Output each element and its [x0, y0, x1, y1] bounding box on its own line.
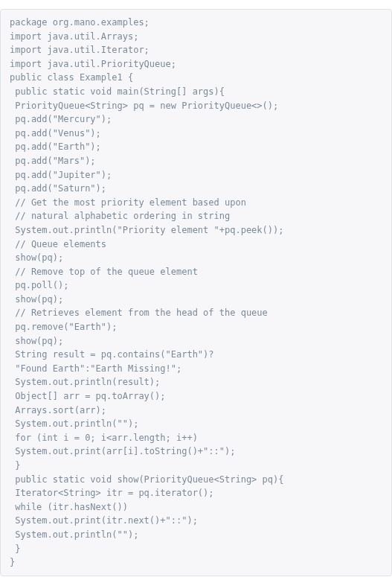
code-line: public class Example1 {: [10, 71, 382, 85]
code-line: // Queue elements: [10, 238, 382, 252]
code-line: "Found Earth":"Earth Missing!";: [10, 362, 382, 376]
code-line: import java.util.Arrays;: [10, 30, 382, 44]
code-line: show(pq);: [10, 251, 382, 265]
code-line: pq.add("Venus");: [10, 127, 382, 141]
code-line: System.out.print(arr[i].toString()+"::")…: [10, 445, 382, 459]
code-line: // natural alphabetic ordering in string: [10, 209, 382, 223]
code-line: public static void main(String[] args){: [10, 85, 382, 99]
code-line: PriorityQueue<String> pq = new PriorityQ…: [10, 99, 382, 113]
code-line: // Get the most priority element based u…: [10, 196, 382, 210]
code-line: Iterator<String> itr = pq.iterator();: [10, 486, 382, 500]
code-line: import java.util.Iterator;: [10, 43, 382, 57]
code-line: System.out.println(result);: [10, 375, 382, 389]
code-line: show(pq);: [10, 293, 382, 307]
code-line: import java.util.PriorityQueue;: [10, 57, 382, 71]
code-line: System.out.print(itr.next()+"::");: [10, 514, 382, 528]
code-line: pq.add("Saturn");: [10, 182, 382, 196]
code-line: String result = pq.contains("Earth")?: [10, 348, 382, 362]
code-line: pq.add("Mercury");: [10, 112, 382, 127]
code-line: pq.poll();: [10, 278, 382, 293]
code-line: // Remove top of the queue element: [10, 265, 382, 279]
code-line: while (itr.hasNext()): [10, 500, 382, 514]
code-line: }: [10, 555, 382, 570]
code-line: System.out.println("");: [10, 417, 382, 431]
code-block: package org.mano.examples;import java.ut…: [0, 9, 392, 576]
code-line: package org.mano.examples;: [10, 16, 382, 30]
code-line: Arrays.sort(arr);: [10, 404, 382, 418]
code-line: Object[] arr = pq.toArray();: [10, 389, 382, 404]
code-line: System.out.println("");: [10, 528, 382, 542]
code-line: show(pq);: [10, 334, 382, 348]
code-line: }: [10, 459, 382, 473]
code-line: public static void show(PriorityQueue<St…: [10, 473, 382, 487]
code-line: for (int i = 0; i<arr.length; i++): [10, 431, 382, 445]
code-line: pq.add("Earth");: [10, 140, 382, 154]
code-line: }: [10, 542, 382, 556]
code-line: pq.remove("Earth");: [10, 320, 382, 334]
code-line: // Retrieves element from the head of th…: [10, 306, 382, 320]
code-line: pq.add("Jupiter");: [10, 168, 382, 182]
code-line: pq.add("Mars");: [10, 154, 382, 168]
code-line: System.out.println("Priority element "+p…: [10, 223, 382, 238]
